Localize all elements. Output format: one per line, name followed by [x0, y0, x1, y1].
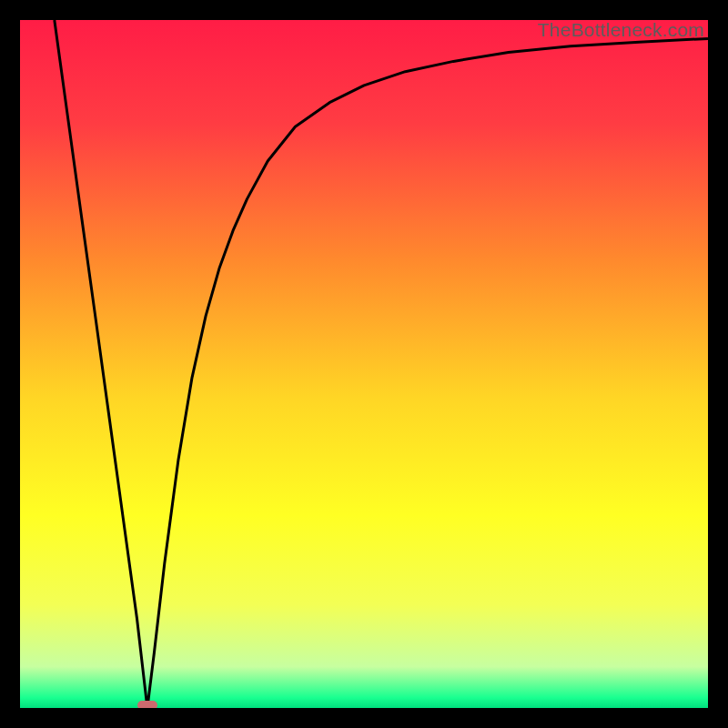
bottleneck-curve [20, 20, 708, 708]
chart-frame: TheBottleneck.com [0, 0, 728, 728]
plot-area: TheBottleneck.com [20, 20, 708, 708]
optimal-bump [137, 701, 157, 708]
watermark-text: TheBottleneck.com [538, 20, 704, 41]
